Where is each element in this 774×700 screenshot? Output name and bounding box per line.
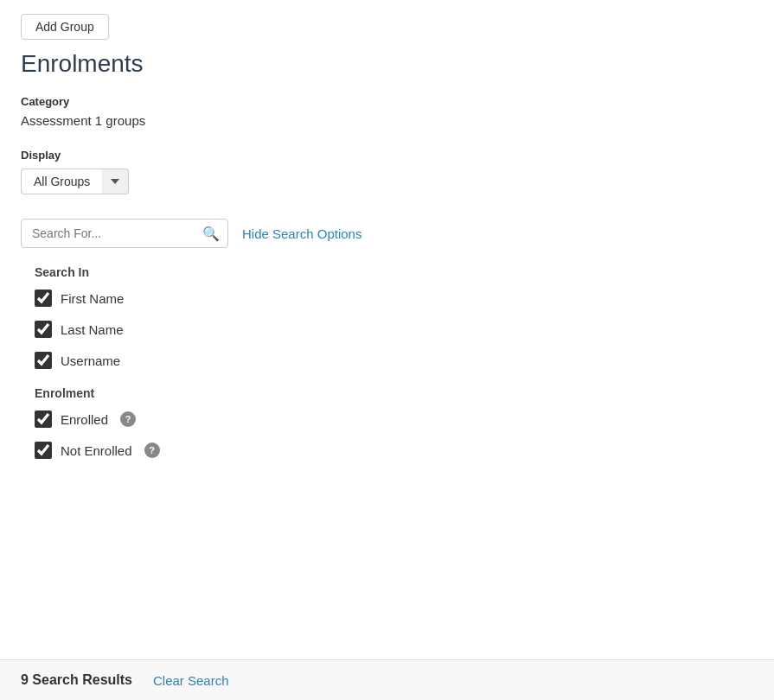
- first-name-checkbox[interactable]: [35, 290, 52, 307]
- not-enrolled-label: Not Enrolled: [61, 443, 132, 458]
- hide-search-options-link[interactable]: Hide Search Options: [242, 226, 361, 241]
- search-icon: 🔍: [202, 226, 220, 242]
- category-value: Assessment 1 groups: [21, 113, 753, 128]
- search-in-label: Search In: [35, 265, 753, 279]
- display-dropdown-arrow[interactable]: [102, 169, 129, 194]
- add-group-button[interactable]: Add Group: [21, 14, 109, 40]
- search-in-username-item: Username: [35, 352, 753, 369]
- enrolled-item: Enrolled ?: [35, 410, 753, 428]
- last-name-checkbox[interactable]: [35, 321, 52, 338]
- enrolled-label: Enrolled: [61, 412, 108, 427]
- chevron-down-icon: [111, 179, 119, 184]
- display-label: Display: [21, 149, 753, 162]
- not-enrolled-checkbox[interactable]: [35, 442, 52, 459]
- last-name-label: Last Name: [61, 322, 124, 337]
- first-name-label: First Name: [61, 291, 124, 306]
- results-label: Search Results: [32, 672, 132, 687]
- enrolment-section-label: Enrolment: [35, 386, 753, 400]
- not-enrolled-help-icon[interactable]: ?: [144, 442, 160, 458]
- results-count: 9: [21, 672, 29, 687]
- username-checkbox[interactable]: [35, 352, 52, 369]
- search-input[interactable]: [21, 219, 228, 248]
- search-results-count-label: 9 Search Results: [21, 672, 132, 688]
- username-label: Username: [61, 353, 120, 368]
- not-enrolled-item: Not Enrolled ?: [35, 442, 753, 459]
- search-in-first-name-item: First Name: [35, 290, 753, 307]
- bottom-bar: 9 Search Results Clear Search: [0, 659, 774, 700]
- enrolled-checkbox[interactable]: [35, 410, 52, 428]
- search-in-last-name-item: Last Name: [35, 321, 753, 338]
- category-label: Category: [21, 95, 753, 108]
- clear-search-link[interactable]: Clear Search: [153, 673, 229, 688]
- enrolled-help-icon[interactable]: ?: [120, 411, 136, 427]
- page-title: Enrolments: [21, 50, 753, 78]
- display-select-text: All Groups: [21, 169, 102, 194]
